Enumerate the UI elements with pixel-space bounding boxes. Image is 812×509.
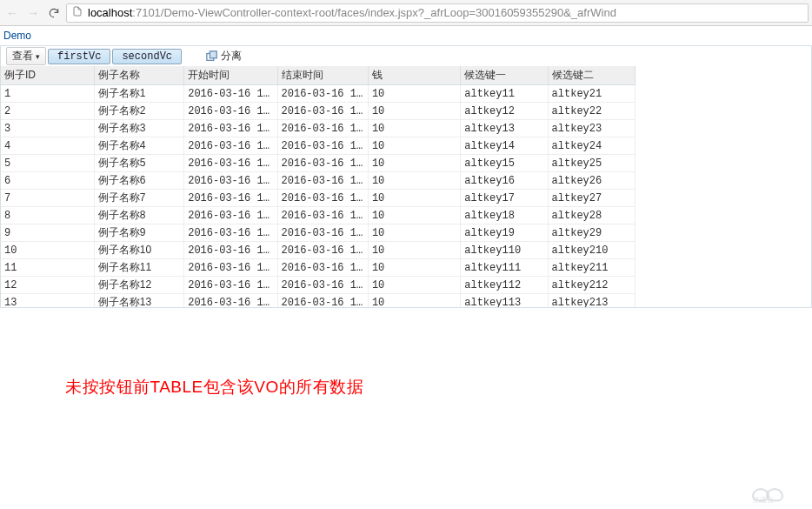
cell-end: 2016-03-16 17:… [277, 207, 368, 224]
cell-id: 10 [1, 242, 94, 259]
detach-button[interactable]: 分离 [206, 49, 242, 64]
cell-k2: altkey24 [548, 137, 635, 155]
cell-end: 2016-03-16 17:… [277, 294, 368, 309]
cell-start: 2016-03-16 17:… [184, 294, 277, 309]
cell-id: 12 [1, 277, 94, 294]
table-toolbar: 查看 ▾ firstVc secondVc 分离 [0, 45, 812, 66]
cell-k2: altkey210 [548, 242, 635, 259]
cell-name: 例子名称2 [94, 103, 183, 120]
first-vc-button[interactable]: firstVc [48, 49, 110, 64]
cell-k2: altkey29 [548, 224, 635, 242]
cell-money: 10 [368, 155, 460, 172]
cell-name: 例子名称10 [94, 242, 183, 259]
table-row[interactable]: 6例子名称62016-03-16 17:…2016-03-16 17:…10al… [1, 172, 636, 190]
cell-id: 8 [1, 207, 94, 224]
cell-id: 11 [1, 259, 94, 277]
table-row[interactable]: 13例子名称132016-03-16 17:…2016-03-16 17:…10… [1, 294, 636, 309]
col-header-start[interactable]: 开始时间 [184, 66, 277, 85]
table-row[interactable]: 10例子名称102016-03-16 17:…2016-03-16 17:…10… [1, 242, 636, 259]
reload-button[interactable] [45, 4, 63, 22]
cell-k1: altkey14 [461, 137, 548, 155]
cell-id: 1 [1, 85, 94, 103]
cell-name: 例子名称4 [94, 137, 183, 155]
table-row[interactable]: 9例子名称92016-03-16 17:…2016-03-16 17:…10al… [1, 224, 636, 242]
cell-k1: altkey13 [461, 120, 548, 137]
table-row[interactable]: 2例子名称22016-03-16 17:…2016-03-16 17:…10al… [1, 103, 636, 120]
col-header-id[interactable]: 例子ID [1, 66, 94, 85]
cell-k1: altkey11 [461, 85, 548, 103]
col-header-end[interactable]: 结束时间 [277, 66, 368, 85]
cell-name: 例子名称12 [94, 277, 183, 294]
cell-k2: altkey211 [548, 259, 635, 277]
cell-money: 10 [368, 242, 460, 259]
cell-name: 例子名称9 [94, 224, 183, 242]
col-header-k1[interactable]: 候选键一 [461, 66, 548, 85]
cell-start: 2016-03-16 17:… [184, 277, 277, 294]
col-header-money[interactable]: 钱 [368, 66, 460, 85]
table-header-row: 例子ID 例子名称 开始时间 结束时间 钱 候选键一 候选键二 [1, 66, 636, 85]
table-row[interactable]: 3例子名称32016-03-16 17:…2016-03-16 17:…10al… [1, 120, 636, 137]
table-row[interactable]: 12例子名称122016-03-16 17:…2016-03-16 17:…10… [1, 277, 636, 294]
url-path: :7101/Demo-ViewController-context-root/f… [132, 6, 616, 19]
cell-start: 2016-03-16 17:… [184, 207, 277, 224]
back-button[interactable]: ← [3, 4, 21, 22]
cell-id: 7 [1, 190, 94, 207]
cell-name: 例子名称1 [94, 85, 183, 103]
cell-k2: altkey213 [548, 294, 635, 309]
cell-k1: altkey15 [461, 155, 548, 172]
cell-name: 例子名称13 [94, 294, 183, 309]
cell-k1: altkey17 [461, 190, 548, 207]
table-row[interactable]: 1例子名称12016-03-16 17:…2016-03-16 17:…10al… [1, 85, 636, 103]
cell-name: 例子名称11 [94, 259, 183, 277]
cell-id: 13 [1, 294, 94, 309]
cell-k1: altkey113 [461, 294, 548, 309]
cell-name: 例子名称8 [94, 207, 183, 224]
cell-name: 例子名称5 [94, 155, 183, 172]
forward-button[interactable]: → [24, 4, 42, 22]
url-host: localhost [88, 6, 132, 19]
table-row[interactable]: 4例子名称42016-03-16 17:…2016-03-16 17:…10al… [1, 137, 636, 155]
cell-id: 9 [1, 224, 94, 242]
cell-end: 2016-03-16 17:… [277, 120, 368, 137]
cell-start: 2016-03-16 17:… [184, 85, 277, 103]
cell-k2: altkey21 [548, 85, 635, 103]
cell-end: 2016-03-16 17:… [277, 190, 368, 207]
cell-id: 3 [1, 120, 94, 137]
cell-start: 2016-03-16 17:… [184, 259, 277, 277]
view-menu-button[interactable]: 查看 ▾ [6, 47, 46, 65]
cell-k1: altkey18 [461, 207, 548, 224]
col-header-name[interactable]: 例子名称 [94, 66, 183, 85]
cell-end: 2016-03-16 17:… [277, 137, 368, 155]
cell-k1: altkey110 [461, 242, 548, 259]
url-bar[interactable]: localhost:7101/Demo-ViewController-conte… [66, 3, 809, 23]
cell-end: 2016-03-16 17:… [277, 242, 368, 259]
cell-k2: altkey25 [548, 155, 635, 172]
cell-start: 2016-03-16 17:… [184, 190, 277, 207]
table-row[interactable]: 11例子名称112016-03-16 17:…2016-03-16 17:…10… [1, 259, 636, 277]
table-row[interactable]: 7例子名称72016-03-16 17:…2016-03-16 17:…10al… [1, 190, 636, 207]
table-wrapper: 例子ID 例子名称 开始时间 结束时间 钱 候选键一 候选键二 1例子名称120… [0, 66, 812, 308]
table-row[interactable]: 8例子名称82016-03-16 17:…2016-03-16 17:…10al… [1, 207, 636, 224]
caret-down-icon: ▾ [36, 52, 40, 61]
col-header-k2[interactable]: 候选键二 [548, 66, 635, 85]
second-vc-button[interactable]: secondVc [112, 49, 182, 64]
cell-k2: altkey28 [548, 207, 635, 224]
cell-name: 例子名称6 [94, 172, 183, 190]
view-menu-label: 查看 [12, 49, 33, 64]
cell-k2: altkey212 [548, 277, 635, 294]
data-table: 例子ID 例子名称 开始时间 结束时间 钱 候选键一 候选键二 1例子名称120… [1, 66, 636, 308]
cell-id: 5 [1, 155, 94, 172]
cell-money: 10 [368, 172, 460, 190]
page-title: Demo [0, 26, 812, 45]
cell-end: 2016-03-16 17:… [277, 103, 368, 120]
cell-k2: altkey22 [548, 103, 635, 120]
cell-money: 10 [368, 85, 460, 103]
cell-end: 2016-03-16 17:… [277, 155, 368, 172]
cell-start: 2016-03-16 17:… [184, 224, 277, 242]
cell-money: 10 [368, 294, 460, 309]
svg-rect-1 [210, 50, 216, 57]
cell-end: 2016-03-16 17:… [277, 85, 368, 103]
table-row[interactable]: 5例子名称52016-03-16 17:…2016-03-16 17:…10al… [1, 155, 636, 172]
cell-money: 10 [368, 103, 460, 120]
cell-id: 6 [1, 172, 94, 190]
